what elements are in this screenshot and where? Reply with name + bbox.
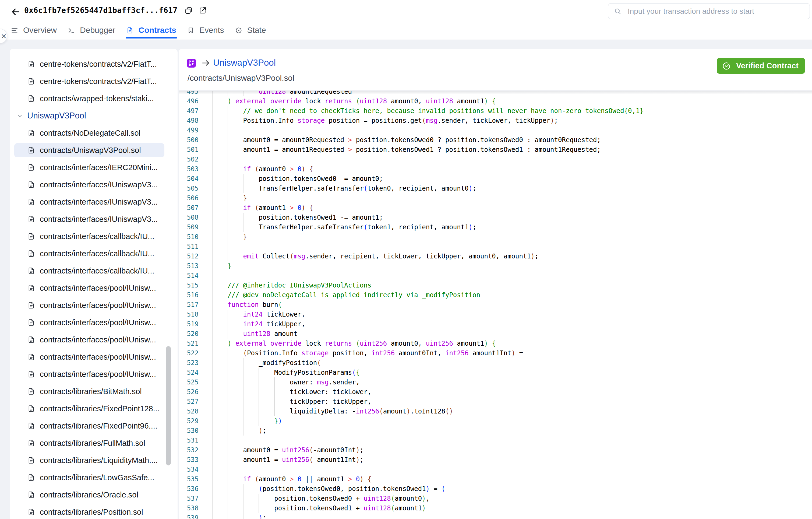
file-icon bbox=[27, 474, 35, 481]
sidebar-file-item[interactable]: contracts/libraries/BitMath.sol bbox=[14, 384, 165, 399]
code-line: 495 uint128 amount1Requested bbox=[179, 90, 812, 97]
code-line: 501 amount1 = amount1Requested > positio… bbox=[179, 145, 812, 155]
line-number: 511 bbox=[179, 242, 199, 251]
sidebar-file-item[interactable]: contracts/interfaces/callback/IU... bbox=[14, 264, 165, 278]
sidebar-file-item[interactable]: contracts/libraries/FixedPoint96.... bbox=[14, 419, 165, 433]
file-icon bbox=[27, 301, 35, 309]
sidebar-file-item[interactable]: contracts/libraries/Position.sol bbox=[14, 505, 165, 519]
code-line: 512 emit Collect(msg.sender, recipient, … bbox=[179, 251, 812, 261]
sidebar-file-item[interactable]: contracts/interfaces/IERC20Mini... bbox=[14, 160, 165, 174]
line-number: 496 bbox=[179, 97, 199, 106]
code-line: 515 /// @inheritdoc IUniswapV3PoolAction… bbox=[179, 280, 812, 290]
file-icon bbox=[27, 129, 35, 137]
sidebar-group-UniswapV3Pool[interactable]: UniswapV3Pool bbox=[14, 109, 165, 123]
external-link-icon[interactable] bbox=[199, 6, 207, 15]
code-line: 524 ModifyPositionParams({ bbox=[179, 368, 812, 377]
line-number: 507 bbox=[179, 203, 199, 213]
tab-overview[interactable]: Overview bbox=[11, 23, 57, 38]
line-number: 527 bbox=[179, 397, 199, 407]
sidebar-file-item[interactable]: contracts/interfaces/IUniswapV3... bbox=[14, 195, 165, 209]
sidebar-file-item[interactable]: centre-tokens/contracts/v2/FiatT... bbox=[14, 57, 165, 71]
sidebar-file-item[interactable]: contracts/interfaces/IUniswapV3... bbox=[14, 177, 165, 192]
sidebar-file-item[interactable]: contracts/interfaces/callback/IU... bbox=[14, 247, 165, 261]
copy-icon[interactable] bbox=[184, 6, 193, 15]
line-number: 518 bbox=[179, 309, 199, 319]
sidebar-file-item[interactable]: contracts/interfaces/pool/IUnisw... bbox=[14, 281, 165, 295]
file-icon bbox=[27, 198, 35, 206]
verified-contract-button[interactable]: Verified Contract bbox=[717, 58, 805, 74]
tab-state[interactable]: State bbox=[235, 23, 266, 38]
line-number: 504 bbox=[179, 174, 199, 184]
line-number: 523 bbox=[179, 358, 199, 368]
contract-source-panel: UniswapV3Pool /contracts/UniswapV3Pool.s… bbox=[179, 49, 812, 519]
file-icon bbox=[27, 439, 35, 447]
line-number: 516 bbox=[179, 290, 199, 300]
file-label: contracts/interfaces/callback/IU... bbox=[40, 249, 154, 258]
line-number: 538 bbox=[179, 503, 199, 513]
file-label: contracts/interfaces/pool/IUnisw... bbox=[40, 335, 156, 344]
code-line: 506 } bbox=[179, 193, 812, 203]
line-number: 532 bbox=[179, 445, 199, 455]
file-icon bbox=[27, 233, 35, 240]
tab-events[interactable]: Events bbox=[187, 23, 224, 38]
tab-contracts[interactable]: Contracts bbox=[126, 23, 176, 38]
file-label: contracts/interfaces/IERC20Mini... bbox=[40, 163, 158, 172]
back-arrow-icon[interactable] bbox=[11, 7, 21, 17]
line-number: 530 bbox=[179, 426, 199, 436]
file-label: contracts/interfaces/IUniswapV3... bbox=[40, 180, 158, 189]
file-label: contracts/libraries/BitMath.sol bbox=[40, 387, 142, 396]
line-number: 506 bbox=[179, 193, 199, 203]
file-icon bbox=[27, 319, 35, 326]
file-label: contracts/wrapped-tokens/staki... bbox=[40, 94, 154, 103]
transaction-search-input[interactable] bbox=[628, 7, 805, 16]
sidebar-file-item[interactable]: contracts/libraries/FullMath.sol bbox=[14, 436, 165, 450]
sidebar-file-item[interactable]: contracts/UniswapV3Pool.sol bbox=[14, 143, 165, 157]
sidebar-scrollbar-thumb[interactable] bbox=[166, 346, 171, 465]
line-number: 521 bbox=[179, 339, 199, 348]
code-editor[interactable]: 495 uint128 amount1Requested496 ) extern… bbox=[179, 90, 812, 519]
line-number: 537 bbox=[179, 494, 199, 503]
file-icon bbox=[27, 284, 35, 292]
sidebar-file-item[interactable]: contracts/interfaces/pool/IUnisw... bbox=[14, 350, 165, 364]
code-line: 510 } bbox=[179, 232, 812, 242]
tab-debugger[interactable]: Debugger bbox=[68, 23, 115, 38]
code-line: 528 liquidityDelta: -int256(amount).toIn… bbox=[179, 407, 812, 416]
sidebar-file-item[interactable]: contracts/libraries/LiquidityMath.... bbox=[14, 453, 165, 467]
file-label: contracts/libraries/FixedPoint96.... bbox=[40, 421, 157, 431]
top-bar: 0x6c1fb7ef5265447d1baff3cf...f617 Overvi… bbox=[0, 0, 812, 40]
sidebar-file-item[interactable]: contracts/interfaces/pool/IUnisw... bbox=[14, 367, 165, 381]
sidebar-file-item[interactable]: contracts/interfaces/callback/IU... bbox=[14, 229, 165, 243]
file-icon bbox=[27, 164, 35, 171]
sidebar-file-item[interactable]: centre-tokens/contracts/v2/FiatT... bbox=[14, 74, 165, 88]
code-line: 513 } bbox=[179, 261, 812, 271]
line-number: 536 bbox=[179, 484, 199, 494]
tab-label: Overview bbox=[23, 26, 57, 35]
sidebar-file-item[interactable]: contracts/libraries/FixedPoint128... bbox=[14, 402, 165, 416]
sidebar-file-item[interactable]: contracts/libraries/LowGasSafe... bbox=[14, 470, 165, 485]
code-line: 532 amount0 = uint256(-amount0Int); bbox=[179, 445, 812, 455]
sidebar-file-item[interactable]: contracts/interfaces/pool/IUnisw... bbox=[14, 316, 165, 329]
sidebar-file-item[interactable]: contracts/interfaces/IUniswapV3... bbox=[14, 212, 165, 226]
code-line: 498 Position.Info storage position = pos… bbox=[179, 116, 812, 126]
sidebar-file-item[interactable]: contracts/interfaces/pool/IUnisw... bbox=[14, 298, 165, 312]
file-icon bbox=[27, 250, 35, 257]
code-line: 534 bbox=[179, 465, 812, 474]
menu-icon bbox=[11, 27, 18, 34]
sidebar-file-item[interactable]: contracts/interfaces/pool/IUnisw... bbox=[14, 333, 165, 347]
line-number: 513 bbox=[179, 261, 199, 271]
code-line: 538 position.tokensOwed1 + uint128(amoun… bbox=[179, 503, 812, 513]
file-list: centre-tokens/contracts/v2/FiatT...centr… bbox=[10, 49, 178, 519]
file-icon bbox=[27, 146, 35, 154]
code-line: 500 amount0 = amount0Requested > positio… bbox=[179, 135, 812, 145]
sidebar-file-item[interactable]: contracts/libraries/Oracle.sol bbox=[14, 488, 165, 502]
file-icon bbox=[27, 78, 35, 85]
file-label: contracts/libraries/LowGasSafe... bbox=[40, 473, 154, 482]
code-line: 507 if (amount1 > 0) { bbox=[179, 203, 812, 213]
contracts-file-sidebar: centre-tokens/contracts/v2/FiatT...centr… bbox=[10, 49, 178, 519]
sidebar-file-item[interactable]: contracts/wrapped-tokens/staki... bbox=[14, 91, 165, 106]
file-icon bbox=[27, 371, 35, 378]
contract-name-link[interactable]: UniswapV3Pool bbox=[213, 58, 276, 68]
code-line: 509 TransferHelper.safeTransfer(token1, … bbox=[179, 222, 812, 232]
search-box bbox=[608, 3, 810, 19]
sidebar-file-item[interactable]: contracts/NoDelegateCall.sol bbox=[14, 126, 165, 140]
